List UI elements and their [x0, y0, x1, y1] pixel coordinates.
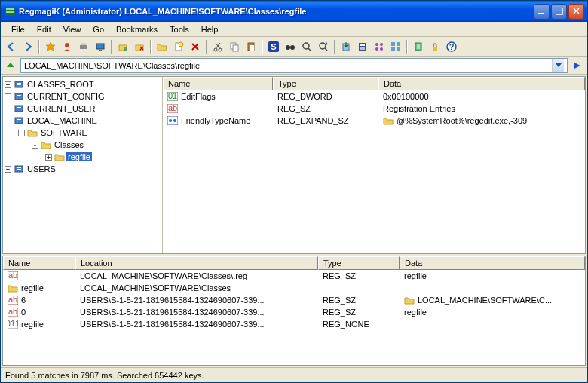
delete-icon[interactable]	[188, 39, 203, 54]
repeat-search-icon[interactable]	[316, 39, 331, 54]
expand-toggle[interactable]: -	[18, 130, 25, 136]
magnify-icon[interactable]	[299, 39, 314, 54]
col-name[interactable]: Name	[163, 77, 273, 90]
result-row[interactable]: ab0USERS\S-1-5-21-1819615584-1324690607-…	[3, 306, 585, 318]
toolbar: S ?	[1, 37, 587, 57]
tree-node[interactable]: -LOCAL_MACHINE	[5, 115, 161, 127]
result-row[interactable]: abLOCAL_MACHINE\SOFTWARE\Classes\.regREG…	[3, 270, 585, 282]
save-icon[interactable]	[355, 39, 370, 54]
menu-help[interactable]: Help	[195, 23, 225, 35]
value-icon: 01	[167, 92, 178, 101]
svg-text:01: 01	[168, 92, 177, 100]
tree-node[interactable]: +USERS	[5, 163, 161, 175]
list-body[interactable]: 01EditFlagsREG_DWORD0x00100000abREG_SZRe…	[163, 90, 585, 253]
col-type[interactable]: Type	[273, 77, 378, 90]
svg-point-63	[169, 119, 172, 122]
address-field[interactable]: LOCAL_MACHINE\SOFTWARE\Classes\regfile	[20, 58, 568, 73]
tree-node[interactable]: +CLASSES_ROOT	[5, 78, 161, 90]
svg-rect-1	[6, 8, 14, 10]
result-row[interactable]: 011regfileUSERS\S-1-5-21-1819615584-1324…	[3, 318, 585, 330]
menu-go[interactable]: Go	[87, 23, 110, 35]
tree-node[interactable]: -Classes	[5, 139, 161, 151]
expand-toggle[interactable]: -	[32, 142, 38, 149]
key-icon	[54, 152, 65, 161]
expand-toggle[interactable]: -	[5, 118, 11, 124]
svg-rect-56	[17, 167, 21, 168]
maximize-button[interactable]	[551, 4, 567, 20]
address-dropdown[interactable]	[552, 59, 564, 72]
list-row[interactable]: abREG_SZRegistration Entries	[163, 103, 585, 115]
network-folder-icon[interactable]	[115, 39, 130, 54]
menu-file[interactable]: File	[5, 23, 31, 35]
menu-edit[interactable]: Edit	[31, 23, 57, 35]
tree-node[interactable]: -SOFTWARE	[5, 127, 161, 139]
expand-toggle[interactable]: +	[5, 106, 11, 112]
value-type: REG_SZ	[273, 104, 378, 113]
paste-icon[interactable]	[243, 39, 259, 54]
svg-rect-8	[96, 44, 104, 49]
list-row[interactable]: 01EditFlagsREG_DWORD0x00100000	[163, 90, 585, 103]
value-name: EditFlags	[181, 92, 216, 101]
import-icon[interactable]	[338, 39, 354, 54]
result-row[interactable]: ab6USERS\S-1-5-21-1819615584-1324690607-…	[3, 294, 585, 306]
expand-toggle[interactable]: +	[5, 93, 11, 100]
menu-tools[interactable]: Tools	[164, 23, 195, 35]
status-bar: Found 5 matches in 7987 ms. Searched 654…	[1, 367, 587, 382]
hive-icon	[14, 103, 24, 114]
star-icon[interactable]	[43, 39, 58, 54]
search-results: Name Location Type Data abLOCAL_MACHINE\…	[2, 256, 586, 366]
tree-node[interactable]: +CURRENT_USER	[5, 103, 161, 115]
snapshot-icon[interactable]	[372, 39, 387, 54]
cut-icon[interactable]	[210, 39, 225, 54]
svg-text:ab: ab	[168, 104, 177, 112]
menu-bookmarks[interactable]: Bookmarks	[110, 23, 164, 35]
results-body[interactable]: abLOCAL_MACHINE\SOFTWARE\Classes\.regREG…	[3, 270, 585, 365]
go-button[interactable]	[571, 59, 584, 72]
rcol-data[interactable]: Data	[400, 256, 585, 270]
tree-label: regfile	[66, 152, 92, 161]
copy-icon[interactable]	[227, 39, 242, 54]
rcol-name[interactable]: Name	[3, 256, 75, 270]
expand-toggle[interactable]: +	[5, 166, 11, 173]
svg-rect-53	[17, 119, 21, 120]
expand-toggle[interactable]: +	[5, 81, 11, 88]
registry-tree[interactable]: +CLASSES_ROOT+CURRENT_CONFIG+CURRENT_USE…	[3, 77, 163, 253]
tree-node[interactable]: +CURRENT_CONFIG	[5, 90, 161, 103]
filter-icon[interactable]	[411, 39, 426, 54]
printer-icon[interactable]	[76, 39, 91, 54]
rcol-type[interactable]: Type	[318, 256, 400, 270]
result-location: LOCAL_MACHINE\SOFTWARE\Classes	[75, 283, 318, 293]
disconnect-icon[interactable]	[132, 39, 147, 54]
menu-view[interactable]: View	[57, 23, 87, 35]
help-icon[interactable]: ?	[444, 39, 459, 54]
svg-text:ab: ab	[8, 271, 17, 280]
result-row[interactable]: regfileLOCAL_MACHINE\SOFTWARE\Classes	[3, 282, 585, 294]
user-icon[interactable]	[60, 39, 75, 54]
close-button[interactable]	[568, 4, 584, 20]
up-button[interactable]	[4, 59, 17, 72]
col-data[interactable]: Data	[378, 77, 585, 90]
result-name: 0	[21, 308, 26, 317]
icon-view-icon[interactable]	[388, 39, 403, 54]
expand-toggle[interactable]: +	[45, 154, 52, 161]
svg-rect-29	[360, 44, 365, 46]
menu-bar: File Edit View Go Bookmarks Tools Help	[1, 22, 587, 37]
tree-node[interactable]: +regfile	[5, 151, 161, 163]
rcol-location[interactable]: Location	[75, 256, 318, 270]
minimize-button[interactable]	[534, 4, 550, 20]
monitor-icon[interactable]	[93, 39, 108, 54]
new-doc-icon[interactable]	[171, 39, 186, 54]
lock-icon[interactable]	[427, 39, 443, 54]
result-icon: ab	[8, 271, 18, 280]
search-button[interactable]: S	[266, 39, 281, 54]
svg-text:S: S	[271, 42, 276, 51]
hive-icon	[14, 91, 24, 102]
open-folder-icon[interactable]	[155, 39, 170, 54]
value-data: @%SystemRoot%\regedit.exe,-309	[378, 116, 585, 125]
binoculars-icon[interactable]	[283, 39, 298, 54]
list-row[interactable]: FriendlyTypeNameREG_EXPAND_SZ @%SystemRo…	[163, 115, 585, 127]
forward-button[interactable]	[20, 39, 35, 54]
key-icon	[27, 128, 38, 137]
back-button[interactable]	[4, 39, 19, 54]
svg-rect-6	[80, 45, 87, 49]
